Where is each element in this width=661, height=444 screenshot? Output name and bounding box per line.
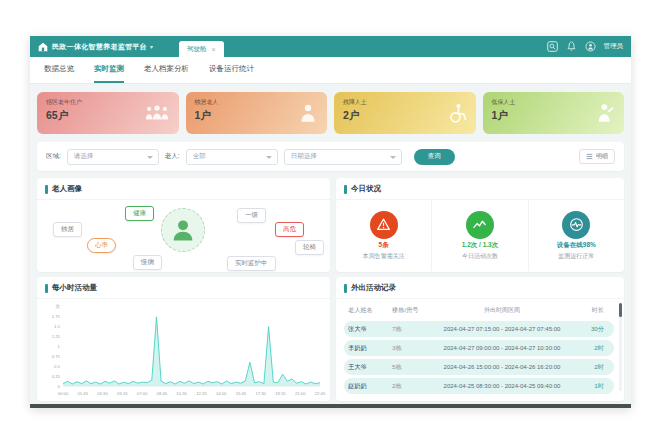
panel-title: 外出活动记录 (351, 283, 396, 293)
panel-accent-bar (344, 185, 347, 194)
cell-duration: 30分 (578, 325, 608, 334)
svg-text:15:45: 15:45 (236, 391, 247, 396)
panel-accent-bar (45, 185, 48, 194)
svg-text:22:45: 22:45 (315, 391, 326, 396)
svg-text:1.75: 1.75 (52, 314, 61, 319)
hourly-activity-panel: 每小时活动量 00.250.50.7511.251.51.7500:0001:4… (37, 277, 330, 401)
svg-text:17:30: 17:30 (255, 391, 266, 396)
area-select[interactable]: 请选择 (67, 149, 159, 165)
persona-tag: 轮椅 (295, 240, 324, 255)
date-range-input[interactable]: 日期选择 (284, 149, 402, 165)
cell-period: 2024-04-25 08:30:00 - 2024-04-25 09:40:0… (426, 383, 578, 389)
detail-button-label: 明细 (596, 152, 608, 161)
area-select-value: 请选择 (74, 152, 94, 161)
tab-realtime-monitor[interactable]: 实时监测 (94, 57, 124, 83)
svg-text:1.25: 1.25 (52, 334, 61, 339)
cell-name: 王大爷 (344, 363, 388, 372)
panel-header: 外出活动记录 (336, 277, 624, 299)
scrollbar-thumb[interactable] (619, 303, 622, 317)
table-row[interactable]: 张大爷 7栋 2024-04-27 07:15:00 - 2024-04-27 … (344, 321, 614, 337)
username-label[interactable]: 管理员 (604, 42, 624, 51)
alert-status-item[interactable]: 5条 本周告警需关注 (336, 200, 431, 271)
panel-header: 老人画像 (37, 178, 330, 200)
cell-name: 李奶奶 (344, 344, 388, 353)
elder-avatar[interactable] (161, 208, 205, 252)
device-online: 设备在线98% (557, 241, 596, 250)
svg-text:1.5: 1.5 (54, 324, 61, 329)
svg-text:0.75: 0.75 (52, 354, 61, 359)
cell-room: 3栋 (388, 344, 426, 353)
filter-bar: 区域: 请选择 老人: 全部 日期选择 查询 明细 (37, 142, 624, 171)
stat-card-low-income[interactable]: 低保人士 1户 (483, 92, 625, 134)
alert-caption: 本周告警需关注 (363, 252, 405, 261)
chevron-down-icon (266, 156, 272, 159)
svg-text:07:00: 07:00 (137, 391, 148, 396)
cell-room: 2栋 (388, 382, 426, 391)
top-header-bar: 民政一体化智慧养老监管平台 ▾ 驾驶舱 × 管理员 (30, 36, 631, 57)
activity-caption: 今日活动次数 (462, 252, 498, 261)
trend-chart-icon (472, 217, 487, 232)
list-icon (586, 153, 593, 160)
cell-room: 7栋 (388, 325, 426, 334)
tab-elder-archive-analysis[interactable]: 老人档案分析 (144, 57, 189, 83)
cell-duration: 2时 (578, 344, 608, 353)
col-header-name: 老人姓名 (344, 306, 388, 315)
chart-body: 00.250.50.7511.251.51.7500:0001:4503:300… (37, 301, 330, 401)
bell-icon[interactable] (566, 41, 577, 52)
panel-header: 今日状况 (336, 178, 624, 200)
table-row[interactable]: 赵奶奶 2栋 2024-04-25 08:30:00 - 2024-04-25 … (344, 378, 614, 394)
table-row[interactable]: 王大爷 5栋 2024-04-26 15:00:00 - 2024-04-26 … (344, 359, 614, 375)
svg-text:19:15: 19:15 (275, 391, 286, 396)
cell-period: 2024-04-27 09:00:00 - 2024-04-27 10:30:0… (426, 345, 578, 351)
header-actions: 管理员 (547, 41, 624, 52)
tab-data-overview[interactable]: 数据总览 (44, 57, 74, 83)
device-status-item[interactable]: 设备在线98% 监测运行正常 (528, 200, 624, 271)
search-icon[interactable] (547, 41, 558, 52)
stat-card-disabled[interactable]: 残障人士 2户 (334, 92, 476, 134)
svg-text:14:00: 14:00 (216, 391, 227, 396)
today-status-panel: 今日状况 5条 本周告警需关注 1.2次 / 1.3 (336, 178, 624, 272)
svg-text:08:45: 08:45 (157, 391, 168, 396)
svg-text:0: 0 (58, 384, 61, 389)
window-tab-strip: 驾驶舱 × (179, 36, 224, 57)
alert-count: 5条 (379, 241, 389, 250)
window-tab-dashboard[interactable]: 驾驶舱 × (179, 41, 224, 57)
persona-tag: 实时监护中 (227, 256, 276, 271)
elder-select[interactable]: 全部 (186, 149, 278, 165)
area-filter-label: 区域: (46, 152, 61, 161)
svg-text:1: 1 (58, 344, 61, 349)
svg-text:03:30: 03:30 (97, 391, 108, 396)
elder-persona-panel: 老人画像 独居 健康 心率 慢病 一级 高危 轮椅 实时监护中 (37, 178, 330, 272)
person-wave-icon (595, 103, 615, 123)
persona-tag: 慢病 (133, 255, 162, 270)
col-header-duration: 时长 (578, 306, 608, 315)
stat-card-elder-households[interactable]: 辖区老年住户 65户 (37, 92, 179, 134)
tab-close-icon[interactable]: × (211, 46, 215, 53)
panel-accent-bar (45, 284, 48, 293)
stat-card-living-alone[interactable]: 独居老人 1户 (186, 92, 328, 134)
elder-filter-label: 老人: (165, 152, 180, 161)
window-bottom-bar (30, 404, 631, 408)
activity-status-item[interactable]: 1.2次 / 1.3次 今日活动次数 (431, 200, 527, 271)
monitor-heart-icon (569, 217, 584, 232)
stat-card-row: 辖区老年住户 65户 独居老人 1户 残障人士 2户 (37, 92, 624, 134)
cell-duration: 2时 (578, 363, 608, 372)
subnav-tabs: 数据总览 实时监测 老人档案分析 设备运行统计 (30, 57, 631, 84)
alert-triangle-icon (376, 217, 391, 232)
svg-text:00:00: 00:00 (58, 391, 69, 396)
activity-area-chart: 00.250.50.7511.251.51.7500:0001:4503:300… (41, 301, 326, 399)
activity-circle (466, 211, 494, 239)
detail-button[interactable]: 明细 (579, 149, 615, 164)
tab-device-statistics[interactable]: 设备运行统计 (209, 57, 254, 83)
search-button[interactable]: 查询 (414, 149, 455, 165)
panel-title: 今日状况 (351, 184, 381, 194)
persona-tag: 心率 (87, 238, 116, 253)
outing-records-panel: 外出活动记录 老人姓名 楼栋/房号 外出时间区间 时长 张大爷 7栋 2024-… (336, 277, 624, 401)
device-circle (562, 211, 590, 239)
table-row[interactable]: 李奶奶 3栋 2024-04-27 09:00:00 - 2024-04-27 … (344, 340, 614, 356)
svg-text:次: 次 (56, 303, 61, 309)
user-circle-icon[interactable] (585, 41, 596, 52)
title-chevron-down-icon[interactable]: ▾ (150, 43, 153, 50)
svg-text:01:45: 01:45 (78, 391, 89, 396)
persona-body: 独居 健康 心率 慢病 一级 高危 轮椅 实时监护中 (37, 200, 330, 271)
